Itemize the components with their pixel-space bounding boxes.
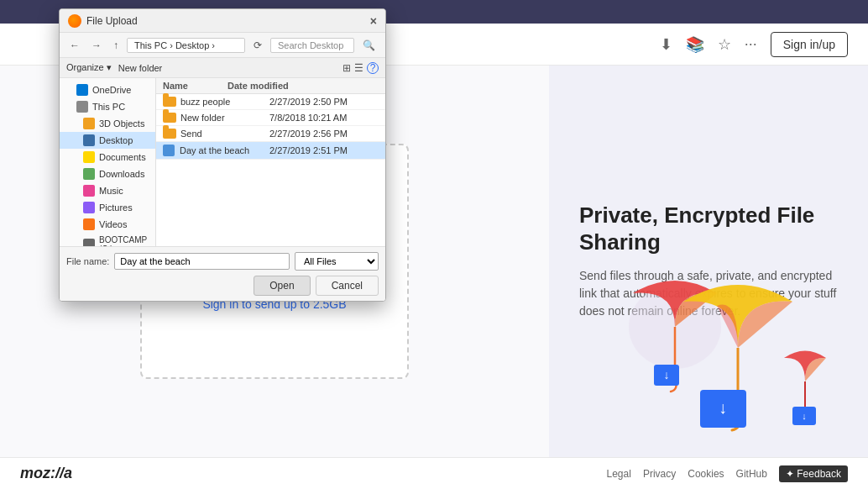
view-grid-icon[interactable]: ⊞ — [342, 62, 351, 74]
file-date: 2/27/2019 2:50 PM — [269, 97, 379, 107]
more-icon[interactable]: ··· — [745, 35, 757, 53]
table-row[interactable]: buzz people 2/27/2019 2:50 PM — [156, 94, 385, 110]
open-button[interactable]: Open — [254, 276, 310, 296]
hero-section: Private, Encrypted File Sharing Send fil… — [549, 66, 868, 457]
file-dialog: File Upload × ← → ↑ This PC › Desktop › … — [59, 8, 386, 302]
col-name: Name — [163, 81, 227, 91]
sidebar-item-this-pc[interactable]: This PC — [60, 98, 155, 115]
header-actions: ⬇ 📚 ☆ ··· Sign in/up — [660, 32, 848, 57]
page-footer: moz://a Legal Privacy Cookies GitHub ✦ F… — [0, 457, 868, 489]
sidebar-label-3d-objects: 3D Objects — [99, 118, 144, 129]
sidebar-label-desktop: Desktop — [99, 135, 133, 145]
organize-btn[interactable]: Organize ▾ — [66, 62, 112, 73]
sidebar-item-documents[interactable]: Documents — [60, 149, 155, 166]
sidebar-item-pictures[interactable]: Pictures — [60, 199, 155, 216]
hero-illustration: ↓ ↓ ↓ — [608, 255, 860, 449]
folder-icon — [163, 97, 176, 107]
footer-link-legal[interactable]: Legal — [607, 468, 631, 480]
sidebar-item-onedrive[interactable]: OneDrive — [60, 82, 155, 98]
download-icon[interactable]: ⬇ — [660, 35, 672, 54]
filename-label: File name: — [66, 256, 109, 266]
nav-up-btn[interactable]: ↑ — [110, 38, 122, 53]
breadcrumb-text: This PC › Desktop › — [134, 40, 215, 50]
table-row[interactable]: Send 2/27/2019 2:56 PM — [156, 126, 385, 142]
sidebar-label-this-pc: This PC — [92, 102, 125, 112]
feedback-button[interactable]: ✦ Feedback — [779, 465, 848, 482]
file-list-header: Name Date modified — [156, 78, 385, 94]
feedback-label: ✦ Feedback — [786, 468, 841, 480]
sidebar-item-videos[interactable]: Videos — [60, 216, 155, 233]
breadcrumb-path[interactable]: This PC › Desktop › — [127, 38, 245, 53]
file-name: New folder — [180, 113, 269, 123]
footer-link-privacy[interactable]: Privacy — [643, 468, 676, 480]
sidebar-label-music: Music — [99, 186, 123, 196]
file-name: buzz people — [180, 97, 269, 107]
sidebar-label-pictures: Pictures — [99, 202, 133, 213]
sign-in-button[interactable]: Sign in/up — [771, 32, 848, 57]
file-date: 2/27/2019 2:56 PM — [269, 129, 379, 139]
cancel-button[interactable]: Cancel — [316, 276, 379, 296]
bootcamp-icon — [83, 239, 95, 246]
nav-forward-btn[interactable]: → — [88, 38, 105, 53]
table-row[interactable]: New folder 7/8/2018 10:21 AM — [156, 110, 385, 126]
search-placeholder: Search Desktop — [278, 40, 343, 50]
bookmarks-icon[interactable]: 📚 — [686, 35, 704, 54]
file-date: 7/8/2018 10:21 AM — [269, 113, 379, 123]
col-date: Date modified — [227, 81, 337, 91]
sidebar-label-bootcamp: BOOTCAMP (C:) — [99, 235, 149, 246]
file-name: Send — [180, 129, 269, 139]
filename-row: File name: All Files — [66, 252, 379, 271]
sidebar-item-3d-objects[interactable]: 3D Objects — [60, 115, 155, 132]
star-icon[interactable]: ☆ — [718, 35, 731, 54]
sidebar-label-videos: Videos — [99, 219, 127, 229]
sidebar-label-onedrive: OneDrive — [92, 85, 131, 95]
table-row[interactable]: Day at the beach 2/27/2019 2:51 PM — [156, 142, 385, 160]
dialog-organize-bar: Organize ▾ New folder ⊞ ☰ ? — [60, 58, 385, 78]
sidebar-item-bootcamp[interactable]: BOOTCAMP (C:) — [60, 233, 155, 246]
3d-objects-icon — [83, 118, 95, 129]
filetype-select[interactable]: All Files — [295, 252, 379, 271]
filename-input[interactable] — [114, 253, 290, 270]
illustration-svg: ↓ ↓ ↓ — [608, 255, 860, 449]
footer-logo: moz://a — [20, 465, 72, 482]
refresh-btn[interactable]: ⟳ — [250, 38, 265, 53]
firefox-icon — [68, 14, 81, 28]
dialog-sidebar: OneDrive This PC 3D Objects Desktop Docu… — [60, 78, 156, 246]
sidebar-item-downloads[interactable]: Downloads — [60, 166, 155, 182]
dialog-bottom: File name: All Files Open Cancel — [60, 246, 385, 301]
dialog-action-row: Open Cancel — [66, 276, 379, 296]
svg-text:↓: ↓ — [719, 398, 727, 417]
downloads-icon — [83, 168, 95, 180]
file-icon — [163, 145, 175, 156]
dialog-close-btn[interactable]: × — [370, 14, 377, 28]
svg-text:↓: ↓ — [802, 411, 807, 421]
footer-link-github[interactable]: GitHub — [736, 468, 767, 480]
file-list: Name Date modified buzz people 2/27/2019… — [156, 78, 385, 246]
nav-back-btn[interactable]: ← — [66, 38, 83, 53]
music-icon — [83, 185, 95, 197]
search-btn[interactable]: 🔍 — [359, 38, 379, 53]
sidebar-item-desktop[interactable]: Desktop — [60, 132, 155, 149]
onedrive-icon — [76, 84, 88, 96]
view-icons: ⊞ ☰ ? — [342, 62, 379, 74]
dialog-titlebar: File Upload × — [60, 9, 385, 33]
dialog-title-group: File Upload — [68, 14, 138, 28]
new-folder-btn[interactable]: New folder — [118, 63, 163, 73]
documents-icon — [83, 151, 95, 163]
svg-text:↓: ↓ — [664, 368, 670, 381]
folder-icon — [163, 113, 176, 123]
videos-icon — [83, 218, 95, 230]
footer-link-cookies[interactable]: Cookies — [688, 468, 724, 480]
dialog-content: OneDrive This PC 3D Objects Desktop Docu… — [60, 78, 385, 246]
footer-links: Legal Privacy Cookies GitHub ✦ Feedback — [607, 465, 848, 482]
sidebar-label-documents: Documents — [99, 152, 146, 162]
dialog-toolbar: ← → ↑ This PC › Desktop › ⟳ Search Deskt… — [60, 33, 385, 58]
hero-title: Private, Encrypted File Sharing — [579, 202, 838, 255]
view-help-icon[interactable]: ? — [367, 62, 379, 74]
sidebar-label-downloads: Downloads — [99, 169, 144, 179]
search-box[interactable]: Search Desktop — [270, 38, 354, 53]
this-pc-icon — [76, 101, 88, 113]
view-list-icon[interactable]: ☰ — [354, 62, 363, 74]
desktop-icon — [83, 134, 95, 146]
sidebar-item-music[interactable]: Music — [60, 182, 155, 199]
